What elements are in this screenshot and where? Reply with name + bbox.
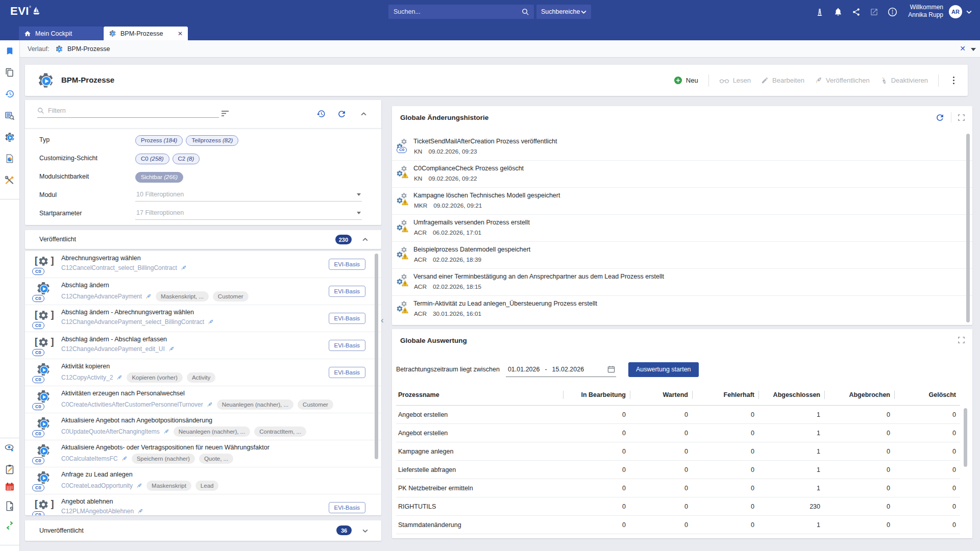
filter-history-icon[interactable] bbox=[316, 109, 326, 118]
avatar[interactable]: AR bbox=[949, 5, 962, 18]
list-scrollbar[interactable] bbox=[375, 254, 378, 459]
search-scope-dropdown[interactable]: Suchbereiche bbox=[536, 5, 591, 19]
history-scrollbar[interactable] bbox=[966, 134, 970, 322]
deaktivieren-button[interactable]: Deaktivieren bbox=[880, 77, 928, 84]
process-list-item[interactable]: C0 [ ] C0 Aktualisiere Angebots- oder Ve… bbox=[25, 440, 381, 467]
tab-close-icon[interactable]: ✕ bbox=[178, 30, 183, 37]
unpublished-section-header[interactable]: Unveröffentlicht 36 bbox=[25, 520, 381, 541]
filter-chip-c2[interactable]: C2(8) bbox=[173, 154, 200, 164]
sidebar-item-calendar[interactable] bbox=[5, 482, 15, 491]
evaluation-table-row[interactable]: Kampagne anlegen 0 0 0 1 0 0 bbox=[396, 442, 960, 461]
process-list-item[interactable]: C0 [ ] C0 Abschlag ändern - Abrechnungsv… bbox=[25, 305, 381, 332]
filter-chip-teilprozess[interactable]: Teilprozess(82) bbox=[186, 135, 238, 146]
more-options-icon[interactable] bbox=[887, 7, 897, 17]
process-list-item[interactable]: C0 [ ] C0 Abschlag ändern C12ChangeAdvan… bbox=[25, 278, 381, 305]
history-list-item[interactable]: C0ComplianceCheck Prozess gelöscht KN 09… bbox=[392, 161, 972, 188]
evaluation-table-row[interactable]: Lieferstelle abfragen 0 0 0 1 0 0 bbox=[396, 461, 960, 479]
auswertung-starten-button[interactable]: Auswertung starten bbox=[628, 362, 699, 377]
process-list-item[interactable]: C0 [ ] C0 Aktualisiere Angebot nach Ange… bbox=[25, 413, 381, 440]
breadcrumb-item[interactable]: BPM-Prozesse bbox=[67, 45, 110, 53]
app-logo[interactable]: EVI° bbox=[10, 5, 40, 18]
bearbeiten-button[interactable]: Bearbeiten bbox=[761, 77, 804, 84]
process-list-item[interactable]: C0 [ ] C0 Abrechnungsvertrag wählen C12C… bbox=[25, 251, 381, 278]
calendar-picker-icon[interactable] bbox=[607, 365, 615, 373]
column-header-abgeschlossen[interactable]: Abgeschlossen bbox=[758, 384, 824, 405]
startparameter-select[interactable]: 17 Filteroptionen bbox=[135, 207, 362, 220]
sidebar-item-data-exchange[interactable] bbox=[5, 521, 15, 530]
sidebar-item-bookmarks[interactable] bbox=[5, 46, 14, 56]
search-input[interactable] bbox=[388, 8, 522, 15]
column-header-geloescht[interactable]: Gelöscht bbox=[894, 384, 960, 405]
column-header-in-bearbeitung[interactable]: In Bearbeitung bbox=[563, 384, 630, 405]
cell-wartend: 0 bbox=[630, 461, 692, 479]
published-rocket-icon bbox=[163, 429, 169, 435]
published-section-header[interactable]: Veröffentlicht 230 bbox=[25, 230, 381, 249]
filter-chip-prozess[interactable]: Prozess(184) bbox=[135, 135, 183, 146]
veroeffentlichen-button[interactable]: Veröffentlichen bbox=[815, 77, 870, 84]
process-name: Aktualisiere Angebots- oder Vertragsposi… bbox=[61, 444, 270, 451]
sidebar-item-watchlist[interactable] bbox=[5, 443, 15, 453]
lighthouse-icon[interactable] bbox=[815, 7, 825, 17]
evaluation-table-row[interactable]: RIGHTUTILS 0 0 0 230 0 0 bbox=[396, 497, 960, 516]
sidebar-item-history[interactable] bbox=[5, 89, 15, 99]
history-list-item[interactable]: C0 TicketSendMailAfterCreation Prozess v… bbox=[392, 134, 972, 161]
sidebar-item-reports[interactable] bbox=[5, 154, 15, 164]
column-header-abgebrochen[interactable]: Abgebrochen bbox=[824, 384, 894, 405]
breadcrumb-dropdown-icon[interactable] bbox=[971, 48, 976, 51]
cell-in-bearbeitung: 0 bbox=[563, 516, 630, 534]
neu-button[interactable]: Neu bbox=[674, 76, 698, 85]
tab-bpm-prozesse[interactable]: BPM-Prozesse ✕ bbox=[104, 27, 188, 40]
chevron-up-icon[interactable] bbox=[362, 238, 368, 241]
filter-chip-c0[interactable]: C0(258) bbox=[135, 154, 169, 164]
lesen-button[interactable]: Lesen bbox=[719, 77, 751, 84]
refresh-icon[interactable] bbox=[337, 109, 347, 119]
period-date-range-input[interactable]: 01.01.2026 - 15.02.2026 bbox=[506, 362, 616, 377]
sidebar-item-notes[interactable] bbox=[5, 464, 14, 474]
process-change-icon: C0 bbox=[396, 138, 410, 155]
sort-icon[interactable] bbox=[221, 110, 230, 117]
sidebar-item-bpm-processes[interactable] bbox=[4, 132, 15, 143]
sidebar-item-windows[interactable] bbox=[5, 68, 14, 77]
more-actions-kebab-icon[interactable] bbox=[949, 74, 959, 86]
history-list-item[interactable]: Versand einer Terminbestätigung an den A… bbox=[392, 269, 972, 296]
expand-icon[interactable] bbox=[958, 336, 965, 344]
filter-chip-sichtbar[interactable]: Sichtbar(266) bbox=[135, 172, 183, 183]
expand-icon[interactable] bbox=[958, 114, 965, 121]
warning-triangle-icon bbox=[402, 172, 408, 179]
sidebar-item-process-search[interactable] bbox=[5, 111, 15, 121]
column-header-fehlerhaft[interactable]: Fehlerhaft bbox=[692, 384, 758, 405]
panel-splitter-chevron[interactable]: ‹ bbox=[381, 315, 384, 325]
evaluation-table-row[interactable]: Stammdatenänderung 0 0 0 1 0 0 bbox=[396, 516, 960, 534]
tab-mein-cockpit[interactable]: Mein Cockpit bbox=[19, 27, 103, 40]
process-list-item[interactable]: C0 [ ] C0 Angebot ablehnen C12PLMAngebot… bbox=[25, 494, 381, 515]
column-header-prozessname[interactable]: Prozessname bbox=[396, 384, 563, 405]
neu-label: Neu bbox=[686, 77, 698, 84]
history-list-item[interactable]: Umfragemails versenden Prozess erstellt … bbox=[392, 215, 972, 242]
history-list-item[interactable]: Kampagne löschen Technisches Modell gesp… bbox=[392, 188, 972, 215]
process-list-item[interactable]: C0 [ ] C0 Anfrage zu Lead anlegen C0Crea… bbox=[25, 467, 381, 494]
evaluation-table-row[interactable]: Angebot erstellen 0 0 0 1 0 0 bbox=[396, 424, 960, 442]
sidebar-item-admin-tools[interactable] bbox=[5, 175, 15, 185]
refresh-icon[interactable] bbox=[935, 113, 945, 122]
process-list-item[interactable]: C0 [ ] C0 Abschlag ändern - Abschlag erf… bbox=[25, 332, 381, 359]
evaluation-table-row[interactable]: Angebot erstellen 0 0 0 1 0 0 bbox=[396, 406, 960, 424]
history-timestamp: 02.02.2026, 18:39 bbox=[433, 256, 481, 263]
chevron-down-icon[interactable] bbox=[362, 529, 368, 533]
table-scrollbar[interactable] bbox=[964, 408, 967, 467]
history-list-item[interactable]: Termin-Aktivität zu Lead anlegen_Überste… bbox=[392, 296, 972, 323]
user-menu-chevron-icon[interactable] bbox=[966, 10, 972, 14]
search-icon[interactable] bbox=[522, 8, 529, 16]
evaluation-table-row[interactable]: PK Netzbetreiber ermitteln 0 0 0 1 0 0 bbox=[396, 479, 960, 497]
breadcrumb-close-icon[interactable]: ✕ bbox=[960, 44, 966, 53]
sidebar-item-document-settings[interactable] bbox=[5, 501, 15, 511]
column-header-wartend[interactable]: Wartend bbox=[630, 384, 692, 405]
modul-select[interactable]: 10 Filteroptionen bbox=[135, 188, 362, 202]
cell-in-bearbeitung: 0 bbox=[563, 461, 630, 479]
history-list-item[interactable]: Beispielprozess Datenmodell gespeichert … bbox=[392, 242, 972, 269]
collapse-chevron-icon[interactable] bbox=[361, 112, 366, 116]
notifications-bell-icon[interactable] bbox=[833, 7, 843, 17]
process-list-item[interactable]: C0 [ ] C0 Aktivitäten erzeugen nach Pers… bbox=[25, 386, 381, 413]
filter-input[interactable] bbox=[48, 107, 201, 114]
share-icon[interactable] bbox=[851, 7, 861, 17]
process-list-item[interactable]: C0 [ ] C0 Aktivität kopieren C12CopyActi… bbox=[25, 359, 381, 386]
